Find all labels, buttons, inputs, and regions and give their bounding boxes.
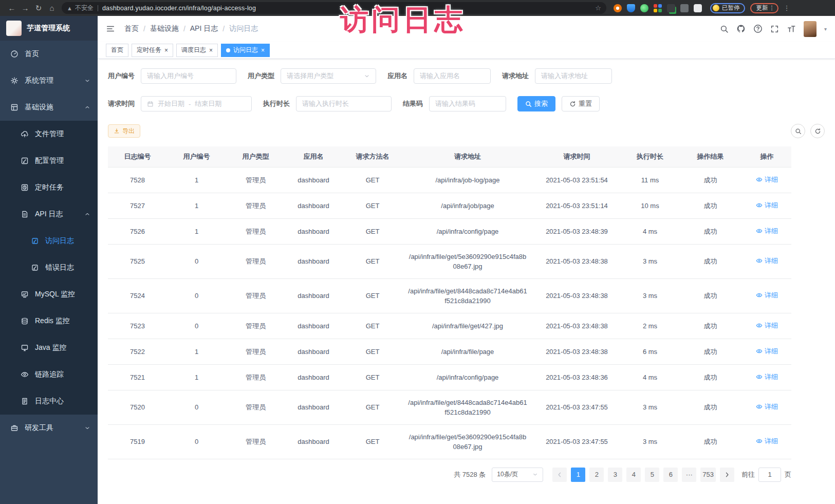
user-type-select[interactable]: 请选择用户类型	[281, 68, 376, 84]
user-avatar[interactable]	[804, 21, 817, 37]
request-url-input[interactable]: 请输入请求地址	[535, 68, 612, 84]
sidebar-item-dev-tools[interactable]: 研发工具	[0, 415, 98, 441]
hamburger-icon[interactable]	[106, 24, 115, 33]
cell-duration: 3 ms	[622, 424, 678, 459]
app-name-input[interactable]: 请输入应用名	[414, 68, 491, 84]
tab-home[interactable]: 首页	[106, 44, 128, 57]
help-icon[interactable]	[753, 24, 763, 33]
search-icon[interactable]	[720, 25, 729, 33]
sidebar-item-java-monitor[interactable]: Java 监控	[0, 334, 98, 361]
breadcrumb-item[interactable]: API 日志	[190, 24, 218, 33]
detail-link[interactable]: 详细	[756, 290, 778, 300]
cell-app: dashboard	[285, 278, 342, 313]
sidebar-item-file-mgmt[interactable]: 文件管理	[0, 121, 98, 147]
fullscreen-icon[interactable]	[770, 25, 779, 33]
active-dot	[226, 48, 230, 52]
pages-more-button[interactable]: ···	[682, 468, 696, 482]
back-icon[interactable]: ←	[5, 4, 18, 12]
extension-icon[interactable]	[694, 4, 702, 12]
reset-button[interactable]: 重置	[562, 96, 600, 111]
cell-app: dashboard	[285, 364, 342, 390]
cell-app: dashboard	[285, 193, 342, 218]
user-id-input[interactable]: 请输入用户编号	[141, 68, 236, 84]
export-button[interactable]: 导出	[108, 124, 140, 138]
page-button-4[interactable]: 4	[626, 468, 641, 482]
forward-icon[interactable]: →	[18, 4, 32, 12]
cell-app: dashboard	[285, 390, 342, 424]
sidebar-item-config-mgmt[interactable]: 配置管理	[0, 147, 98, 174]
page-size-select[interactable]: 10条/页	[492, 468, 543, 482]
refresh-table-button[interactable]	[810, 124, 825, 138]
cell-url: /api/infra/file/get/427.jpg	[403, 313, 532, 339]
sidebar-item-label: 链路追踪	[35, 370, 64, 379]
detail-link[interactable]: 详细	[756, 226, 778, 236]
reload-icon[interactable]: ↻	[32, 4, 45, 13]
profile-paused-badge[interactable]: 已暂停	[710, 3, 745, 13]
detail-link[interactable]: 详细	[756, 402, 778, 412]
detail-link[interactable]: 详细	[756, 175, 778, 184]
toggle-search-button[interactable]	[791, 124, 805, 138]
sidebar-item-infrastructure[interactable]: 基础设施	[0, 94, 98, 121]
tab-scheduled-job[interactable]: 定时任务×	[132, 44, 173, 57]
detail-link[interactable]: 详细	[756, 256, 778, 266]
search-button[interactable]: 搜索	[517, 96, 555, 111]
sidebar-item-system-mgmt[interactable]: 系统管理	[0, 67, 98, 94]
sidebar-item-trace[interactable]: 链路追踪	[0, 361, 98, 388]
close-icon[interactable]: ×	[209, 47, 213, 53]
extension-icon[interactable]	[680, 4, 689, 12]
detail-link[interactable]: 详细	[756, 346, 778, 356]
close-icon[interactable]: ×	[261, 47, 265, 53]
table-row: 75281管理员dashboardGET/api/infra/job-log/p…	[108, 167, 791, 193]
app-logo-block[interactable]: 芋道管理系统	[0, 16, 98, 41]
detail-link[interactable]: 详细	[756, 321, 778, 330]
address-bar[interactable]: ▲ 不安全 dashboard.yudao.iocoder.cn/infra/l…	[62, 2, 606, 14]
app-title: 芋道管理系统	[27, 24, 70, 33]
page-button-3[interactable]: 3	[608, 468, 622, 482]
sidebar-item-redis-monitor[interactable]: Redis 监控	[0, 308, 98, 334]
page-button-753[interactable]: 753	[700, 468, 716, 482]
tab-access-log[interactable]: 访问日志×	[221, 44, 270, 57]
sidebar-item-api-log[interactable]: API 日志	[0, 201, 98, 228]
extension-icon[interactable]	[654, 4, 662, 12]
column-header: 用户编号	[167, 146, 226, 167]
page-button-2[interactable]: 2	[589, 468, 604, 482]
page-button-5[interactable]: 5	[645, 468, 659, 482]
field-label: 用户类型	[248, 71, 274, 81]
next-page-button[interactable]	[720, 468, 734, 482]
detail-link[interactable]: 详细	[756, 200, 778, 210]
sidebar-item-log-center[interactable]: 日志中心	[0, 388, 98, 415]
goto-page-input[interactable]: 1	[758, 468, 781, 482]
extension-icon[interactable]	[640, 4, 648, 12]
breadcrumb-item[interactable]: 首页	[124, 24, 139, 33]
browser-menu-icon[interactable]: ⋮	[784, 4, 790, 12]
prev-page-button[interactable]	[552, 468, 567, 482]
chevron-down-icon[interactable]: ▾	[824, 26, 827, 32]
sidebar-item-home[interactable]: 首页	[0, 41, 98, 67]
detail-link[interactable]: 详细	[756, 436, 778, 446]
tab-job-log[interactable]: 调度日志×	[176, 44, 218, 57]
browser-update-button[interactable]: 更新 ⋮	[750, 3, 778, 13]
result-code-input[interactable]: 请输入结果码	[429, 96, 506, 111]
sidebar-item-access-log[interactable]: 访问日志	[0, 228, 98, 254]
sidebar-item-label: 首页	[25, 49, 39, 59]
sidebar-item-mysql-monitor[interactable]: MySQL 监控	[0, 281, 98, 308]
sidebar-item-label: 基础设施	[25, 103, 53, 112]
font-size-icon[interactable]	[787, 24, 796, 33]
duration-input[interactable]: 请输入执行时长	[296, 96, 392, 111]
extension-icon[interactable]	[627, 4, 635, 12]
breadcrumb-item[interactable]: 基础设施	[150, 24, 179, 33]
request-time-range-picker[interactable]: 开始日期 - 结束日期	[141, 96, 252, 111]
github-icon[interactable]	[736, 24, 746, 33]
sidebar-item-scheduled-job[interactable]: 定时任务	[0, 174, 98, 201]
extension-icon[interactable]	[614, 4, 622, 12]
detail-link[interactable]: 详细	[756, 372, 778, 382]
close-icon[interactable]: ×	[164, 47, 168, 53]
browser-home-icon[interactable]: ⌂	[45, 4, 59, 12]
main-area: 首页 / 基础设施 / API 日志 / 访问日志	[98, 16, 835, 504]
bookmark-star-icon[interactable]: ☆	[595, 4, 601, 12]
extension-icon[interactable]	[667, 4, 675, 12]
detail-label: 详细	[765, 372, 778, 382]
page-button-6[interactable]: 6	[663, 468, 678, 482]
sidebar-item-error-log[interactable]: 错误日志	[0, 254, 98, 281]
page-button-1[interactable]: 1	[571, 468, 585, 482]
